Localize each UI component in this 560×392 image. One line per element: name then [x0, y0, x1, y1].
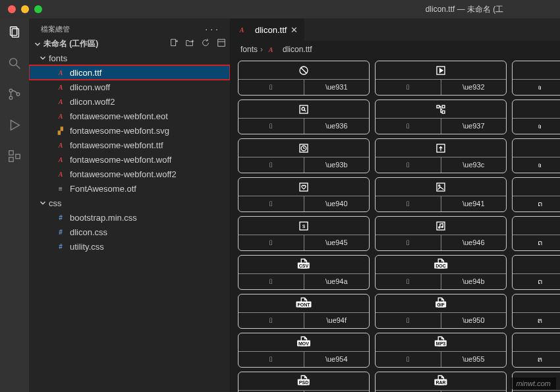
glyph-cell[interactable]: PSD\ue959 [238, 372, 370, 392]
glyph-cell[interactable]: ດ [512, 216, 560, 251]
file-tree: fontsAdlicon.ttfAdlicon.woffAdlicon.woff… [29, 51, 230, 254]
glyph-cell[interactable]: \ue946 [375, 216, 507, 251]
minimize-window-button[interactable] [21, 5, 29, 13]
glyph-html-code: ຓ [513, 119, 560, 134]
glyph-cell[interactable]: $\ue945 [238, 216, 370, 251]
glyph-cell[interactable]: MOV\ue954 [238, 333, 370, 368]
new-folder-icon[interactable] [185, 38, 194, 49]
glyph-css-code: \ue94b [441, 274, 507, 289]
workspace-header[interactable]: 未命名 (工作區) [29, 37, 230, 51]
maximize-window-button[interactable] [34, 5, 42, 13]
glyph-cell[interactable]: GIF\ue950 [375, 294, 507, 329]
glyph-css-code: \ue950 [441, 313, 507, 328]
glyph-cell[interactable]: FONT\ue94f [238, 294, 370, 329]
glyph-cell[interactable]: \ue937 [375, 99, 507, 134]
glyph-cell[interactable]: \ue936 [238, 99, 370, 134]
window-controls [8, 5, 42, 13]
glyph-cell[interactable]: MP3\ue955 [375, 333, 507, 368]
glyph-cell[interactable]: RAR\ue95a [375, 372, 507, 392]
glyph-cell[interactable]: ດ [512, 177, 560, 212]
file-bootstrap-min-css[interactable]: #bootstrap.min.css [29, 210, 230, 225]
file-fontawesome-webfont-svg[interactable]: ▞fontawesome-webfont.svg [29, 123, 230, 138]
glyph-cell[interactable]: \ue931 [238, 61, 370, 96]
debug-tab-icon[interactable] [7, 118, 22, 134]
glyph-css-code: \ue93b [304, 157, 370, 173]
file-dlicon-woff[interactable]: Adlicon.woff [29, 80, 230, 94]
glyph-html-code:  [238, 196, 304, 211]
font-file-icon: A [237, 24, 247, 35]
explorer-tab-icon[interactable] [7, 25, 22, 42]
svg-marker-7 [11, 121, 20, 130]
glyph-html-code: ຕ [513, 313, 560, 328]
font-file-icon: A [55, 140, 66, 150]
file-dlicon-ttf[interactable]: Adlicon.ttf [29, 65, 230, 80]
close-window-button[interactable] [8, 5, 16, 13]
glyph-cell[interactable]: \ue941 [375, 177, 507, 212]
glyph-css-code: \ue93c [441, 157, 507, 173]
watermark: minwt.com [511, 378, 556, 389]
folder-fonts[interactable]: fonts [29, 51, 230, 65]
svg-line-19 [301, 68, 306, 73]
glyph-cell[interactable]: \ue93b [238, 138, 370, 173]
glyph-cell[interactable]: ຕ [512, 333, 560, 368]
glyph-icon [298, 178, 310, 196]
file-fontawesome-webfont-ttf[interactable]: Afontawesome-webfont.ttf [29, 138, 230, 152]
refresh-icon[interactable] [201, 38, 210, 49]
svg-rect-8 [9, 151, 13, 155]
glyph-cell[interactable]: \ue932 [375, 61, 507, 96]
folder-css[interactable]: css [29, 196, 230, 210]
glyph-cell[interactable]: ດ [512, 255, 560, 290]
titlebar: dlicon.ttf — 未命名 (工 [0, 0, 560, 18]
search-tab-icon[interactable] [7, 56, 22, 72]
svg-rect-10 [16, 154, 20, 158]
tab-dlicon-ttf[interactable]: A dlicon.ttf ✕ [230, 18, 305, 41]
font-file-icon: A [55, 82, 66, 92]
editor-area: A dlicon.ttf ✕ fonts › A dlicon.ttf \ue… [230, 18, 560, 392]
tab-bar: A dlicon.ttf ✕ [230, 18, 560, 41]
css-file-icon: # [55, 227, 66, 237]
glyph-html-code:  [238, 274, 304, 289]
glyph-html-code: ຓ [513, 80, 560, 95]
glyph-cell[interactable]: ຕ [512, 294, 560, 329]
sidebar-more-icon[interactable]: ··· [205, 24, 221, 34]
breadcrumb-separator: › [260, 45, 263, 54]
glyph-html-code:  [376, 80, 441, 95]
file-fontawesome-webfont-woff[interactable]: Afontawesome-webfont.woff [29, 152, 230, 167]
breadcrumb[interactable]: fonts › A dlicon.ttf [230, 41, 560, 58]
close-tab-icon[interactable]: ✕ [291, 25, 298, 35]
scm-tab-icon[interactable] [7, 87, 22, 103]
glyph-html-code: ຕ [513, 352, 560, 367]
file-dlicon-woff2[interactable]: Adlicon.woff2 [29, 94, 230, 109]
glyph-icon: DOC [435, 256, 447, 273]
extensions-tab-icon[interactable] [7, 149, 22, 165]
glyph-icon: FONT [298, 294, 310, 312]
file-utility-css[interactable]: #utility.css [29, 239, 230, 254]
file-label: fontawesome-webfont.woff2 [70, 169, 177, 179]
tab-label: dlicon.ttf [255, 25, 287, 35]
glyph-css-code: \ue937 [441, 119, 507, 134]
file-label: utility.css [70, 242, 104, 252]
glyph-html-code:  [238, 313, 304, 328]
collapse-icon[interactable] [217, 38, 226, 49]
new-file-icon[interactable] [169, 38, 179, 49]
glyph-html-code:  [238, 80, 304, 95]
breadcrumb-fonts[interactable]: fonts [240, 45, 258, 54]
glyph-icon [435, 100, 447, 118]
breadcrumb-file[interactable]: dlicon.ttf [283, 45, 312, 54]
glyph-icon: CSV [298, 256, 310, 273]
glyph-cell[interactable]: \ue93c [375, 138, 507, 173]
file-label: fontawesome-webfont.ttf [70, 140, 163, 150]
glyph-cell[interactable]: \ue940 [238, 177, 370, 212]
glyph-cell[interactable]: ຓ [512, 138, 560, 173]
glyph-html-code:  [238, 235, 304, 250]
glyph-cell[interactable]: ຓ [512, 61, 560, 96]
file-fontawesome-webfont-woff2[interactable]: Afontawesome-webfont.woff2 [29, 167, 230, 181]
file-FontAwesome-otf[interactable]: ≡FontAwesome.otf [29, 181, 230, 196]
glyph-cell[interactable]: ຓ [512, 99, 560, 134]
glyph-css-code: \ue94a [304, 274, 370, 289]
file-dlicon-css[interactable]: #dlicon.css [29, 225, 230, 239]
glyph-cell[interactable]: CSV\ue94a [238, 255, 370, 290]
file-fontawesome-webfont-eot[interactable]: Afontawesome-webfont.eot [29, 109, 230, 123]
glyph-css-code: \ue945 [304, 235, 370, 250]
glyph-cell[interactable]: DOC\ue94b [375, 255, 507, 290]
